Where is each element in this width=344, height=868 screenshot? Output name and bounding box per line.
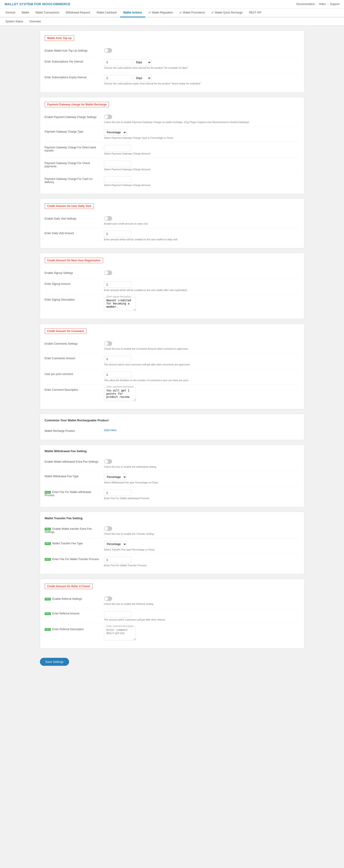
hint-gateway-charge-cod: Select Payment Gateway Charge Amount. xyxy=(104,184,300,186)
label-daily-visit-amount: Enter Daily Visit Amount xyxy=(45,231,104,235)
tab-wallet-transactions[interactable]: Wallet Transactions xyxy=(32,8,63,17)
toggle-enable-comments[interactable] xyxy=(104,341,112,346)
pro-badge-transfer-amount: PRO xyxy=(45,558,51,561)
label-withdrawal-fee-type: Wallet Withdrawal Fee Type xyxy=(45,474,104,478)
select-transfer-fee-type[interactable]: Percentage Fixed xyxy=(104,541,127,547)
input-subscriptions-expiry[interactable] xyxy=(104,75,131,81)
toggle-enable-signup[interactable] xyxy=(104,271,112,275)
select-interval-unit[interactable]: Days Weeks Months xyxy=(133,59,151,65)
field-daily-visit-amount: Enter Daily Visit Amount Enter amount wh… xyxy=(45,228,300,244)
label-withdrawal-fee-amount: PRO Enter Fee For Wallet withdrawal Proc… xyxy=(45,490,104,497)
input-withdrawal-fee-amount[interactable] xyxy=(104,490,131,496)
video-link[interactable]: Video xyxy=(319,2,326,6)
input-subscriptions-interval[interactable] xyxy=(104,59,131,65)
hint-withdrawal-fee-type: Select Withdrawal Fee type Percentage or… xyxy=(104,481,300,484)
field-enable-transfer-fee: PRO Enable Wallet transfer Extra Fee Set… xyxy=(45,524,300,538)
field-enable-signup: Enable Signup Settings xyxy=(45,268,300,279)
hint-transfer-fee-type: Select Transfer Fee type Percentage or F… xyxy=(104,548,300,551)
field-referral-amount: PRO Enter Referral Amount The amount whi… xyxy=(45,608,300,624)
toggle-enable-transfer-fee[interactable] xyxy=(104,526,112,531)
label-enable-withdrawal-fee: Enable Wallet withdrawal Extra Fee Setti… xyxy=(45,459,104,463)
link-click-here[interactable]: Click Here xyxy=(104,429,116,432)
select-gateway-charge-type[interactable]: Percentage Fixed xyxy=(104,129,127,135)
tab-wallet-promotions[interactable]: ✔Wallet Promotions xyxy=(176,8,208,17)
pro-badge-referral-amount: PRO xyxy=(45,612,51,615)
label-subscriptions-expiry: Enter Subscriptions Expiry Interval xyxy=(45,75,104,79)
tab-wallet[interactable]: Wallet xyxy=(19,8,32,17)
support-link[interactable]: Support xyxy=(330,2,339,6)
field-subscriptions-expiry: Enter Subscriptions Expiry Interval Days… xyxy=(45,72,300,88)
label-enable-gateway-charge: Enable Payment Gateway Charge Settings xyxy=(45,115,104,119)
input-gateway-charge-cod[interactable] xyxy=(104,177,131,183)
tab-rest-api[interactable]: REST API xyxy=(246,8,265,17)
input-gateway-charge-direct[interactable] xyxy=(104,145,131,151)
field-gateway-charge-type: Payment Gateway Charge Type Percentage F… xyxy=(45,126,300,142)
hint-comments-amount: The amount which new customers will get … xyxy=(104,363,300,366)
field-enable-gateway-charge: Enable Payment Gateway Charge Settings C… xyxy=(45,112,300,126)
hint-subscriptions-expiry: Choose the subscriptions expiry time int… xyxy=(104,82,300,85)
toggle-enable-gateway-charge[interactable] xyxy=(104,115,112,119)
tab-wallet-cashback[interactable]: Wallet Cashback xyxy=(93,8,120,17)
top-bar: WALLET SYSTEM FOR WOOCOMMERCE Documentat… xyxy=(0,0,344,8)
field-comments-amount: Enter Comments Amount The amount which n… xyxy=(45,353,300,369)
section-wallet-auto-top: Wallet Auto Top up Enable Wallet Auto To… xyxy=(40,31,304,92)
section-title-credit-new-user: Credit Amount On New User Registration xyxy=(45,258,103,263)
label-user-per-post-comment: User per post comment xyxy=(45,372,104,376)
hint-enable-referral: Check this box to enable the Referral se… xyxy=(104,602,300,605)
label-gateway-charge-direct: Payment Gateway Charge For Direct bank t… xyxy=(45,145,104,152)
field-transfer-fee-amount: PRO Enter Fee For Wallet Transfer Proces… xyxy=(45,554,300,569)
field-subscriptions-interval: Enter Subscriptions Per Interval Days We… xyxy=(45,56,300,72)
toggle-enable-auto-top[interactable] xyxy=(104,48,112,53)
label-transfer-fee-type: PRO Wallet Transfer Fee Type xyxy=(45,541,104,545)
tab-overview[interactable]: Overview xyxy=(26,18,44,26)
field-signup-description: Enter Signup Description Enter signup de… xyxy=(45,294,300,314)
field-gateway-charge-direct: Payment Gateway Charge For Direct bank t… xyxy=(45,142,300,158)
field-gateway-charge-check: Payment Gateway Charge For Check payment… xyxy=(45,158,300,174)
input-daily-visit-amount[interactable] xyxy=(104,231,131,237)
tab-general[interactable]: General xyxy=(2,8,19,17)
toggle-enable-referral[interactable] xyxy=(104,596,112,601)
docs-link[interactable]: Documentation xyxy=(296,2,315,6)
section-refer-friend: Credit Amount On Refer A Friend PRO Enab… xyxy=(40,579,304,649)
label-comment-description: Enter Comment Description xyxy=(45,387,104,392)
section-title-credit-daily-visit: Credit Amount On User Daily Visit xyxy=(45,204,94,209)
label-enable-signup: Enable Signup Settings xyxy=(45,271,104,275)
label-gateway-charge-cod: Payment Gateway Charge For Cash on deliv… xyxy=(45,177,104,184)
field-withdrawal-fee-type: Wallet Withdrawal Fee Type Percentage Fi… xyxy=(45,471,300,487)
top-links: Documentation | Video | Support xyxy=(296,2,339,6)
field-user-per-post-comment: User per post comment This allow the lim… xyxy=(45,369,300,384)
tab-wallet-actions[interactable]: Wallet Actions xyxy=(120,8,145,17)
tab-system-status[interactable]: System Status xyxy=(2,18,26,26)
tab-wallet-regulation[interactable]: ✔Wallet Regulation xyxy=(145,8,176,17)
input-gateway-charge-check[interactable] xyxy=(104,161,131,167)
label-signup-description: Enter Signup Description xyxy=(45,297,104,301)
select-expiry-unit[interactable]: Days Weeks Months xyxy=(133,75,151,81)
pro-badge-referral-enable: PRO xyxy=(45,598,51,600)
textarea-label-signup: Enter signup description xyxy=(106,296,132,298)
label-transfer-fee-amount: PRO Enter Fee For Wallet Transfer Proces… xyxy=(45,557,104,561)
save-settings-button[interactable]: Save Settings xyxy=(40,658,69,666)
quick-recharge-pro-icon: ✔ xyxy=(211,11,214,14)
section-withdrawal-fee: Wallet Withdrawal Fee Setting Enable Wal… xyxy=(40,444,304,507)
input-referral-amount[interactable] xyxy=(104,611,131,617)
select-withdrawal-fee-type[interactable]: Percentage Fixed xyxy=(104,474,127,480)
field-wallet-recharge-product: Wallet Recharge Product Click Here xyxy=(45,426,300,435)
label-referral-amount: PRO Enter Referral Amount xyxy=(45,611,104,615)
label-gateway-charge-check: Payment Gateway Charge For Check payment… xyxy=(45,161,104,168)
hint-enable-withdrawal-fee: Check this box to enable the withdrawal … xyxy=(104,465,300,468)
toggle-enable-withdrawal-fee[interactable] xyxy=(104,459,112,464)
tab-wallet-quick-recharge[interactable]: ✔Wallet Quick Recharge xyxy=(208,8,246,17)
input-signup-amount[interactable] xyxy=(104,281,131,288)
toggle-enable-daily-visit[interactable] xyxy=(104,216,112,221)
section-customize-product: Customize Your Wallet Rechargeable Produ… xyxy=(40,414,304,440)
textarea-comment-description[interactable]: You will get 1 points for product review xyxy=(104,387,136,401)
textarea-referral-description[interactable] xyxy=(104,627,136,641)
field-withdrawal-fee-amount: PRO Enter Fee For Wallet withdrawal Proc… xyxy=(45,487,300,502)
textarea-signup-description[interactable]: Amount credited for becoming a member. xyxy=(104,297,136,311)
input-comments-amount[interactable] xyxy=(104,356,131,362)
input-user-per-post-comment[interactable] xyxy=(104,372,131,378)
hint-withdrawal-fee-amount: Enter Fee For Wallet withdrawal Process xyxy=(104,497,300,500)
tab-withdrawal-request[interactable]: Withdrawal Request xyxy=(63,8,93,17)
section-credit-comment: Credit Amount On Comment Enable Comments… xyxy=(40,323,304,409)
input-transfer-fee-amount[interactable] xyxy=(104,557,131,563)
